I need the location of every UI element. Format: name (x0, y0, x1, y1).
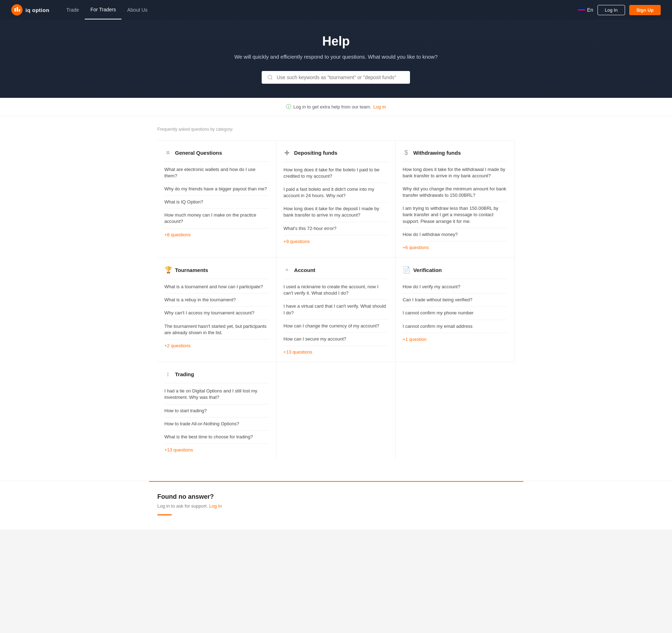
trading-q1[interactable]: I had a tie on Digital Options and I sti… (165, 385, 269, 404)
category-empty-1 (276, 362, 396, 460)
depositing-q2[interactable]: I paid a fast boleto and it didn't come … (284, 183, 388, 202)
depositing-q4[interactable]: What's this 72-hour error? (284, 222, 388, 235)
hero-title: Help (234, 34, 438, 49)
nav-about-us[interactable]: About Us (121, 1, 153, 19)
verification-q3[interactable]: I cannot confirm my phone number (403, 307, 507, 320)
general-q3[interactable]: What is IQ Option? (165, 196, 269, 209)
search-icon (267, 75, 273, 80)
general-q4[interactable]: How much money can I make on the practic… (165, 209, 269, 228)
svg-rect-1 (14, 8, 16, 12)
withdrawing-q3[interactable]: I am trying to withdraw less than 150.00… (403, 202, 507, 228)
account-icon: ⚬ (284, 266, 291, 274)
category-withdrawing: $ Withdrawing funds How long does it tak… (396, 141, 515, 258)
fna-border-decoration (157, 514, 172, 515)
tournaments-q2[interactable]: What is a rebuy in the tournament? (165, 294, 269, 307)
svg-line-5 (272, 78, 273, 79)
login-button[interactable]: Log In (597, 5, 625, 15)
fna-title: Found no answer? (157, 493, 515, 501)
category-general-header: ≡ General Questions (165, 149, 269, 162)
language-label: En (587, 7, 593, 13)
category-account-title: Account (294, 267, 315, 273)
category-withdrawing-header: $ Withdrawing funds (403, 149, 507, 162)
tournaments-q1[interactable]: What is a tournament and how can I parti… (165, 280, 269, 294)
verification-more[interactable]: +1 question (403, 337, 507, 342)
trading-q2[interactable]: How to start trading? (165, 404, 269, 418)
category-trading-header: ↕ Trading (165, 371, 269, 383)
category-depositing-title: Depositing funds (294, 150, 338, 156)
tournaments-q3[interactable]: Why can't I access my tournament account… (165, 307, 269, 320)
verification-q4[interactable]: I cannot confirm my email address (403, 320, 507, 333)
hero-content: Help We will quickly and efficiently res… (227, 20, 445, 98)
withdrawing-icon: $ (403, 149, 410, 156)
signup-button[interactable]: Sign Up (629, 5, 661, 15)
general-icon: ≡ (165, 149, 172, 156)
category-tournaments-header: 🏆 Tournaments (165, 266, 269, 279)
trading-more[interactable]: +13 questions (165, 447, 269, 452)
category-withdrawing-title: Withdrawing funds (413, 150, 461, 156)
svg-rect-3 (19, 9, 20, 12)
nav-for-traders[interactable]: For Traders (85, 0, 121, 19)
category-trading: ↕ Trading I had a tie on Digital Options… (157, 362, 276, 460)
login-banner-link[interactable]: Log In (373, 104, 386, 110)
svg-rect-2 (17, 7, 18, 12)
language-selector[interactable]: En (578, 7, 593, 13)
category-account: ⚬ Account I used a nickname to create th… (276, 258, 396, 362)
general-more[interactable]: +8 questions (165, 232, 269, 237)
category-general-title: General Questions (175, 150, 222, 156)
info-icon: ⓘ (286, 103, 291, 110)
depositing-q1[interactable]: How long does it take for the boleto I p… (284, 164, 388, 183)
fna-login-link[interactable]: Log In (209, 503, 222, 509)
fna-text: Log in to ask for support. Log In (157, 503, 515, 509)
category-verification: 📄 Verification How do I verify my accoun… (396, 258, 515, 362)
tournaments-q4[interactable]: The tournament hasn't started yet, but p… (165, 320, 269, 339)
category-depositing-header: ✚ Depositing funds (284, 149, 388, 162)
nav-right: En Log In Sign Up (578, 5, 661, 15)
trading-q3[interactable]: How to trade All-or-Nothing Options? (165, 418, 269, 431)
verification-icon: 📄 (403, 266, 410, 274)
nav-links: Trade For Traders About Us (61, 0, 578, 19)
category-tournaments: 🏆 Tournaments What is a tournament and h… (157, 258, 276, 362)
depositing-icon: ✚ (284, 149, 291, 157)
flag-icon (578, 7, 585, 12)
withdrawing-q1[interactable]: How long does it take for the withdrawal… (403, 163, 507, 183)
verification-q1[interactable]: How do I verify my account? (403, 280, 507, 294)
faq-label: Frequently asked questions by category: (157, 127, 515, 132)
trading-icon: ↕ (165, 371, 172, 378)
depositing-more[interactable]: +9 questions (284, 239, 388, 244)
tournaments-more[interactable]: +2 questions (165, 343, 269, 348)
logo-text: iq option (25, 7, 49, 13)
fna-text-label: Log in to ask for support. (157, 503, 208, 509)
general-q1[interactable]: What are electronic wallets and how do I… (165, 163, 269, 183)
footer-cta: Found no answer? Log in to ask for suppo… (149, 481, 523, 530)
trading-q4[interactable]: What is the best time to choose for trad… (165, 431, 269, 444)
verification-q2[interactable]: Can I trade without being verified? (403, 294, 507, 307)
category-general: ≡ General Questions What are electronic … (157, 141, 276, 258)
withdrawing-q2[interactable]: Why did you change the minimum amount fo… (403, 183, 507, 202)
category-depositing: ✚ Depositing funds How long does it take… (276, 141, 396, 258)
category-empty-2 (396, 362, 515, 460)
hero-section: Help We will quickly and efficiently res… (0, 20, 672, 98)
faq-section: Frequently asked questions by category: … (149, 116, 523, 481)
category-account-header: ⚬ Account (284, 266, 388, 279)
account-q1[interactable]: I used a nickname to create the account,… (284, 280, 388, 300)
account-more[interactable]: +13 questions (284, 349, 388, 355)
category-trading-title: Trading (175, 371, 194, 377)
category-verification-title: Verification (413, 267, 442, 273)
depositing-q3[interactable]: How long does it take for the deposit I … (284, 202, 388, 222)
svg-point-4 (268, 75, 272, 79)
withdrawing-q4[interactable]: How do I withdraw money? (403, 228, 507, 241)
faq-row-1: ≡ General Questions What are electronic … (157, 140, 515, 460)
nav-trade[interactable]: Trade (61, 1, 85, 19)
navbar: iq option Trade For Traders About Us En … (0, 0, 672, 20)
login-banner-text: Log in to get extra help from our team. (293, 104, 371, 110)
search-input[interactable] (276, 75, 404, 80)
general-q2[interactable]: Why do my friends have a bigger payout t… (165, 183, 269, 196)
account-q3[interactable]: How can I change the currency of my acco… (284, 320, 388, 333)
login-banner: ⓘ Log in to get extra help from our team… (0, 98, 672, 116)
withdrawing-more[interactable]: +6 questions (403, 245, 507, 250)
logo[interactable]: iq option (11, 4, 49, 16)
category-tournaments-title: Tournaments (175, 267, 208, 273)
search-bar (262, 71, 410, 84)
account-q4[interactable]: How can I secure my account? (284, 333, 388, 346)
account-q2[interactable]: I have a virtual card that I can't verif… (284, 300, 388, 319)
